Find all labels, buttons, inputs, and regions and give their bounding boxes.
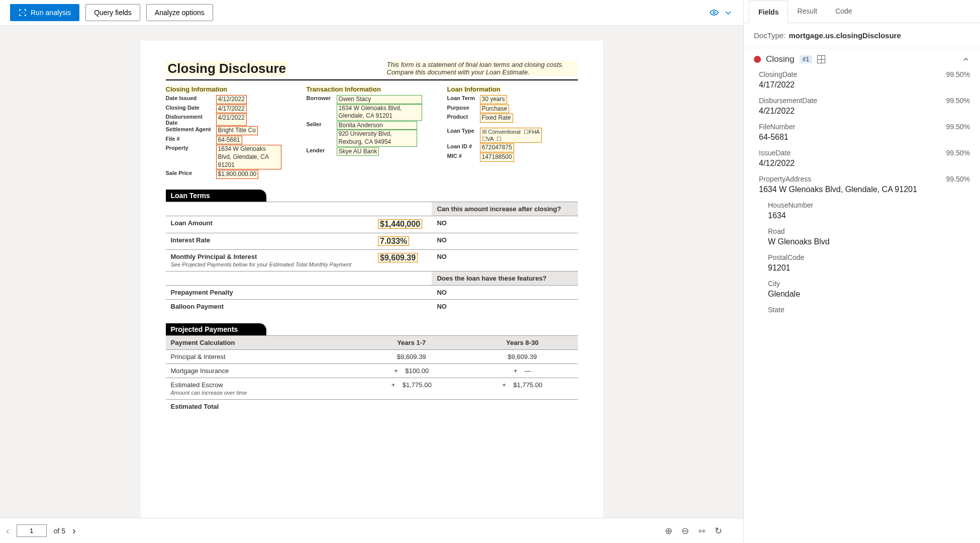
sale-value: $1,800,000.00 bbox=[216, 170, 259, 179]
page-input[interactable] bbox=[17, 524, 47, 537]
product-value: Fixed Rate bbox=[480, 114, 513, 123]
zoom-out-icon[interactable]: ⊖ bbox=[681, 525, 689, 536]
run-analysis-button[interactable]: Run analysis bbox=[10, 4, 79, 21]
chevron-up-icon[interactable] bbox=[962, 55, 970, 63]
chevron-down-icon[interactable] bbox=[723, 8, 733, 18]
zoom-in-icon[interactable]: ⊕ bbox=[665, 525, 672, 536]
property-value: 1634 W Glenoaks Blvd, Glendale, CA 91201 bbox=[216, 145, 281, 169]
closing-info-hdr: Closing Information bbox=[166, 85, 228, 93]
borrower-name: Gwen Stacy bbox=[337, 95, 422, 104]
doc-title: Closing Disclosure bbox=[166, 61, 288, 76]
mic-value: 147188500 bbox=[480, 153, 514, 162]
tab-result[interactable]: Result bbox=[788, 0, 826, 23]
subfield-item[interactable]: CityGlendale bbox=[768, 280, 970, 299]
pager: ‹ of 5 › ⊕ ⊖ ⇿ ↻ bbox=[0, 518, 743, 543]
field-item[interactable]: PropertyAddress99.50%1634 W Glenoaks Blv… bbox=[759, 175, 970, 194]
loan-amount-value: $1,440,000 bbox=[378, 219, 422, 229]
trans-info-hdr: Transaction Information bbox=[307, 85, 381, 93]
group-badge: #1 bbox=[800, 55, 812, 63]
seller-addr: 920 University Blvd, Rexburg, CA 94954 bbox=[337, 130, 417, 146]
field-item[interactable]: ClosingDate99.50%4/17/2022 bbox=[759, 70, 970, 89]
analyze-options-button[interactable]: Analyze options bbox=[146, 4, 213, 21]
fields-list: ClosingDate99.50%4/17/2022DisbursementDa… bbox=[744, 70, 980, 543]
query-fields-button[interactable]: Query fields bbox=[85, 4, 140, 21]
field-item[interactable]: IssueDate99.50%4/12/2022 bbox=[759, 149, 970, 168]
subfield-item[interactable]: PostalCode91201 bbox=[768, 253, 970, 273]
document-viewer: Closing Disclosure This form is a statem… bbox=[0, 26, 743, 518]
tabs: Fields Result Code bbox=[744, 0, 980, 23]
loan-type-value: ☒ Conventional ☐FHA☐VA ☐ bbox=[480, 128, 542, 143]
file-value: 64-5681 bbox=[216, 136, 242, 145]
tab-code[interactable]: Code bbox=[826, 0, 861, 23]
eye-icon[interactable] bbox=[709, 8, 719, 18]
closing-date-value: 4/17/2022 bbox=[216, 105, 247, 114]
seller-name: Bonita Anderson bbox=[337, 121, 417, 130]
group-name: Closing bbox=[766, 54, 795, 64]
subfield-item[interactable]: State bbox=[768, 306, 970, 314]
prev-page-button[interactable]: ‹ bbox=[6, 525, 10, 536]
loan-info-hdr: Loan Information bbox=[447, 85, 501, 93]
scan-icon bbox=[19, 9, 27, 17]
purpose-value: Purchase bbox=[480, 105, 510, 114]
agent-value: Bright Title Co bbox=[216, 126, 258, 135]
rotate-icon[interactable]: ↻ bbox=[715, 525, 722, 536]
loan-term-value: 30 years bbox=[480, 95, 507, 104]
pi-value: $9,609.39 bbox=[378, 253, 418, 262]
doctype-row: DocType:mortgage.us.closingDisclosure bbox=[744, 23, 980, 48]
grid-icon[interactable] bbox=[817, 55, 825, 63]
fit-width-icon[interactable]: ⇿ bbox=[698, 525, 706, 536]
disb-date-value: 4/21/2022 bbox=[216, 114, 247, 126]
field-item[interactable]: FileNumber99.50%64-5681 bbox=[759, 123, 970, 142]
subfield-item[interactable]: HouseNumber1634 bbox=[768, 201, 970, 220]
group-header[interactable]: Closing #1 bbox=[744, 48, 980, 70]
loan-id-value: 672047875 bbox=[480, 143, 514, 152]
svg-point-0 bbox=[713, 12, 715, 14]
borrower-addr: 1634 W Glenoaks Blvd, Glendale, CA 91201 bbox=[337, 104, 422, 121]
projected-payments-hdr: Projected Payments bbox=[166, 323, 266, 335]
field-item[interactable]: DisbursementDate99.50%4/21/2022 bbox=[759, 97, 970, 116]
tab-fields[interactable]: Fields bbox=[749, 1, 788, 23]
lender-value: Skye AU Bank bbox=[337, 147, 379, 156]
status-dot-icon bbox=[754, 56, 761, 63]
doc-subtitle: This form is a statement of final loan t… bbox=[387, 61, 578, 76]
loan-terms-hdr: Loan Terms bbox=[166, 190, 266, 202]
next-page-button[interactable]: › bbox=[72, 525, 76, 536]
date-issued-value: 4/12/2022 bbox=[216, 95, 247, 104]
page-of: of 5 bbox=[54, 527, 65, 535]
subfield-item[interactable]: RoadW Glenoaks Blvd bbox=[768, 227, 970, 246]
toolbar: Run analysis Query fields Analyze option… bbox=[0, 0, 743, 26]
rate-value: 7.033% bbox=[378, 236, 409, 246]
